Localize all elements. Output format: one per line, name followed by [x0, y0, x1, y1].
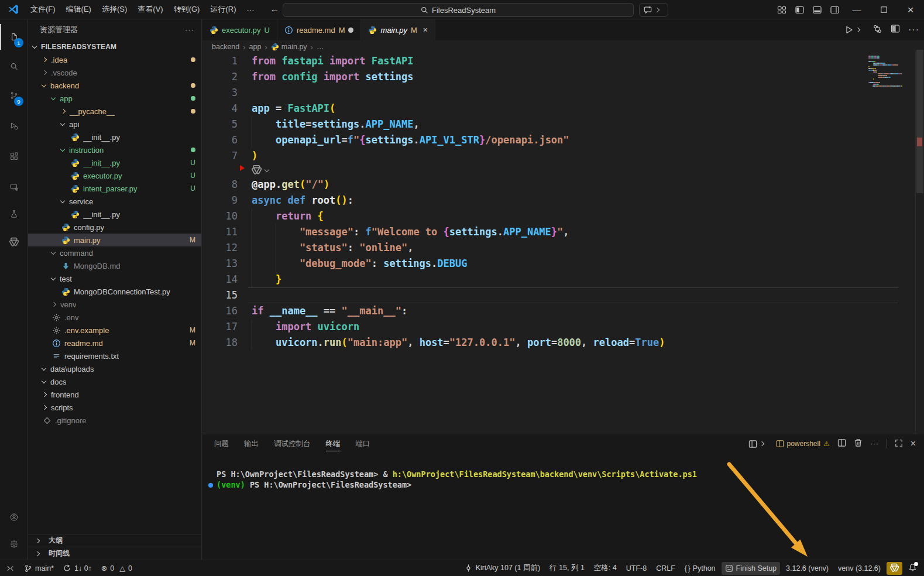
status-git-branch[interactable]: main* — [20, 562, 57, 575]
customize-layout-icon[interactable] — [773, 0, 791, 19]
panel-tab-调试控制台[interactable]: 调试控制台 — [274, 439, 311, 449]
code-editor[interactable]: 1from fastapi import FastAPI2from config… — [202, 53, 915, 351]
run-python-button[interactable] — [844, 25, 864, 35]
tree-item-instruction[interactable]: instruction — [28, 143, 201, 156]
tree-item-.env.example[interactable]: .env.exampleM — [28, 324, 201, 337]
terminal-output[interactable]: PS H:\OwnProject\FilesReadSysteam> & h:\… — [208, 469, 918, 490]
code-line-14[interactable]: 14} — [202, 272, 915, 287]
split-terminal-icon[interactable] — [837, 438, 846, 449]
tree-item-venv[interactable]: venv — [28, 298, 201, 311]
activity-remote[interactable] — [0, 174, 28, 200]
toggle-panel-icon[interactable] — [808, 0, 826, 19]
code-line-16[interactable]: 16if __name__ == "__main__": — [202, 303, 915, 319]
status-python-version[interactable]: 3.12.6 (venv) — [782, 562, 832, 575]
tree-item-scripts[interactable]: scripts — [28, 401, 201, 414]
breadcrumb-item[interactable]: main.py — [271, 43, 307, 51]
section-1[interactable]: 时间线 — [28, 547, 201, 560]
breadcrumb-item[interactable]: backend — [212, 43, 239, 51]
code-line-7[interactable]: 7) — [202, 148, 915, 164]
status-blame[interactable]: KiriAky 107 (1 周前) — [461, 562, 544, 575]
status-git-sync[interactable]: 1↓ 0↑ — [60, 562, 95, 575]
panel-tab-端口[interactable]: 端口 — [356, 439, 370, 449]
nav-back-button[interactable]: ← — [270, 4, 279, 15]
activity-settings[interactable] — [0, 531, 28, 557]
panel-tab-问题[interactable]: 问题 — [214, 439, 229, 449]
tree-item-__pycache__[interactable]: __pycache__ — [28, 105, 201, 118]
chevron-down-icon[interactable] — [265, 167, 269, 172]
status-extension-gold[interactable] — [887, 562, 902, 575]
status-finish-setup[interactable]: Finish Setup — [722, 562, 780, 575]
menu-overflow[interactable]: ··· — [241, 4, 259, 16]
close-panel-icon[interactable]: × — [911, 438, 916, 449]
section-0[interactable]: 大纲 — [28, 534, 201, 547]
code-line-8[interactable]: 8@app.get("/") — [202, 177, 915, 193]
tree-item-.vscode[interactable]: .vscode — [28, 66, 201, 79]
code-line-2[interactable]: 2from config import settings — [202, 69, 915, 85]
status-remote-indicator[interactable] — [2, 562, 18, 575]
breadcrumb[interactable]: backend›app›main.py›… — [202, 40, 924, 53]
status-indentation[interactable]: 空格: 4 — [590, 562, 620, 575]
toggle-secondary-sidebar-icon[interactable] — [826, 0, 843, 19]
activity-extensions[interactable] — [0, 143, 28, 169]
split-editor-icon[interactable] — [891, 24, 900, 36]
minimize-button[interactable]: — — [843, 0, 870, 19]
maximize-panel-icon[interactable] — [895, 439, 903, 449]
menu-4[interactable]: 转到(G) — [169, 2, 205, 16]
minimap[interactable] — [868, 56, 902, 87]
code-line-15[interactable]: 15 — [202, 287, 915, 303]
panel-more-actions-icon[interactable]: ··· — [870, 440, 879, 448]
copilot-chat-button[interactable] — [639, 3, 668, 17]
tree-item-requirements.txt[interactable]: requirements.txt — [28, 349, 201, 362]
status-python-env[interactable]: venv (3.12.6) — [834, 562, 884, 575]
tab-main.py[interactable]: main.pyM× — [361, 19, 435, 40]
terminal-launch-profile-button[interactable] — [748, 440, 768, 448]
tree-item-FILESREADSYSTEAM[interactable]: FILESREADSYSTEAM — [28, 40, 201, 53]
editor-scrollbar[interactable] — [916, 50, 924, 434]
breadcrumb-item[interactable]: app — [249, 43, 262, 51]
terminal-instance-powershell[interactable]: powershell ⚠ — [776, 440, 830, 448]
tree-item-intent_parser.py[interactable]: intent_parser.pyU — [28, 182, 201, 195]
open-changes-icon[interactable] — [873, 24, 882, 36]
panel-tab-输出[interactable]: 输出 — [244, 439, 259, 449]
code-line-5[interactable]: 5title=settings.APP_NAME, — [202, 116, 915, 132]
tree-item-test[interactable]: test — [28, 272, 201, 285]
close-window-button[interactable]: × — [897, 0, 924, 19]
tab-executor.py[interactable]: executor.pyU — [202, 19, 277, 40]
tree-item-frontend[interactable]: frontend — [28, 388, 201, 401]
code-line-6[interactable]: 6openapi_url=f"{settings.API_V1_STR}/ope… — [202, 132, 915, 148]
activity-debug[interactable] — [0, 113, 28, 139]
panel-tab-终端[interactable]: 终端 — [326, 439, 341, 451]
code-line-13[interactable]: 13"debug_mode": settings.DEBUG — [202, 256, 915, 272]
menu-2[interactable]: 选择(S) — [97, 2, 132, 16]
activity-search[interactable] — [0, 53, 28, 79]
breadcrumb-item[interactable]: … — [317, 43, 324, 51]
status-cursor-position[interactable]: 行 15, 列 1 — [546, 562, 588, 575]
activity-explorer[interactable]: 1 — [0, 24, 28, 50]
extension-knot-icon[interactable] — [252, 164, 262, 177]
code-line-9[interactable]: 9async def root(): — [202, 193, 915, 208]
code-line-3[interactable]: 3 — [202, 85, 915, 101]
editor-more-actions-icon[interactable]: ··· — [908, 25, 919, 35]
maximize-button[interactable] — [870, 0, 897, 19]
tree-item-service[interactable]: service — [28, 195, 201, 208]
tree-item-MongoDB.md[interactable]: MongoDB.md — [28, 259, 201, 272]
activity-account[interactable] — [0, 504, 28, 530]
run-dropdown-icon[interactable] — [856, 28, 860, 32]
code-line-11[interactable]: 11"message": f"Welcome to {settings.APP_… — [202, 224, 915, 240]
command-center-search[interactable]: FilesReadSysteam — [283, 3, 634, 17]
explorer-more-actions-icon[interactable]: ··· — [185, 25, 194, 34]
tree-item-__init__.py[interactable]: __init__.py — [28, 131, 201, 143]
code-line-1[interactable]: 1from fastapi import FastAPI — [202, 53, 915, 69]
toggle-sidebar-icon[interactable] — [791, 0, 808, 19]
tree-item-readme.md[interactable]: readme.mdM — [28, 337, 201, 349]
status-notifications[interactable] — [905, 562, 920, 575]
tree-item-.env[interactable]: .env — [28, 311, 201, 324]
code-line-17[interactable]: 17import uvicorn — [202, 319, 915, 335]
tab-readme.md[interactable]: readme.mdM — [277, 19, 362, 40]
status-encoding[interactable]: UTF-8 — [623, 562, 650, 575]
code-line-10[interactable]: 10return { — [202, 208, 915, 224]
code-line-4[interactable]: 4app = FastAPI( — [202, 101, 915, 116]
tree-item-backend[interactable]: backend — [28, 79, 201, 92]
tree-item-__init__.py[interactable]: __init__.py — [28, 208, 201, 221]
menu-5[interactable]: 运行(R) — [205, 2, 241, 16]
